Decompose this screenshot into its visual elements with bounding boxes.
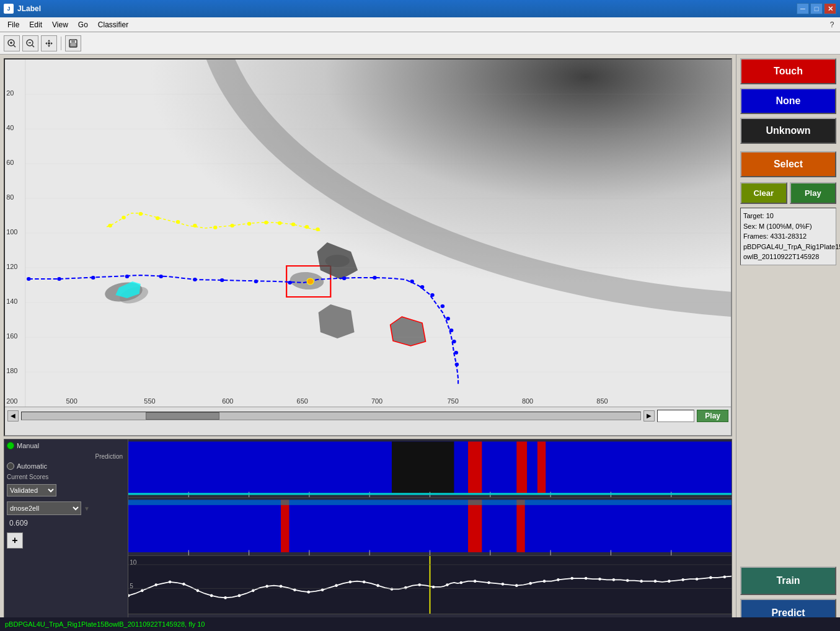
svg-rect-9 <box>71 40 75 43</box>
frame-input[interactable]: 5734 <box>657 410 694 422</box>
classifier-select[interactable]: dnose2ell <box>7 501 81 515</box>
svg-rect-105 <box>516 500 524 552</box>
scroll-left-button[interactable]: ◀ <box>7 410 19 421</box>
svg-point-44 <box>254 280 259 283</box>
canvas-area[interactable]: 20 40 60 80 100 120 140 160 180 200 500 … <box>5 60 731 407</box>
svg-point-30 <box>247 222 252 226</box>
menu-go[interactable]: Go <box>73 19 93 30</box>
prediction-timeline-svg <box>128 498 732 555</box>
minimize-button[interactable]: ─ <box>797 3 809 14</box>
svg-point-124 <box>197 589 199 592</box>
svg-text:650: 650 <box>297 398 308 404</box>
svg-text:750: 750 <box>448 398 459 404</box>
svg-point-151 <box>571 577 573 580</box>
manual-label: Manual <box>17 442 39 449</box>
manual-timeline-svg <box>128 439 732 497</box>
svg-rect-90 <box>537 441 546 494</box>
select-button[interactable]: Select <box>740 151 836 177</box>
close-button[interactable]: ✕ <box>824 3 836 14</box>
svg-point-23 <box>122 216 126 219</box>
menu-edit[interactable]: Edit <box>24 19 47 30</box>
menu-file[interactable]: File <box>2 19 24 30</box>
score-chart-svg: 10 5 <box>128 556 732 614</box>
maximize-button[interactable]: □ <box>810 3 823 14</box>
touch-button[interactable]: Touch <box>740 58 836 84</box>
svg-point-152 <box>585 577 587 580</box>
app-title: JLabel <box>17 4 41 13</box>
svg-point-122 <box>169 581 171 584</box>
info-panel: Target: 10 Sex: M (100%M, 0%F) Frames: 4… <box>740 208 836 265</box>
svg-point-146 <box>502 583 504 586</box>
svg-point-41 <box>159 275 163 278</box>
svg-point-139 <box>404 586 407 589</box>
svg-point-148 <box>529 582 531 585</box>
svg-point-56 <box>455 363 459 366</box>
svg-point-159 <box>681 578 684 581</box>
svg-point-154 <box>612 578 615 581</box>
scrollbar-thumb[interactable] <box>146 412 220 420</box>
svg-point-42 <box>193 278 197 281</box>
none-button[interactable]: None <box>740 88 836 114</box>
pan-icon <box>44 38 54 48</box>
left-bottom-controls: Manual Prediction Automatic Current Scor… <box>4 439 128 627</box>
svg-text:80: 80 <box>6 194 14 200</box>
svg-text:5: 5 <box>130 583 133 589</box>
svg-text:10: 10 <box>130 559 136 566</box>
play-button-right[interactable]: Play <box>790 182 837 204</box>
svg-point-50 <box>430 293 435 297</box>
play-button-scroll[interactable]: Play <box>697 410 728 422</box>
main-visualization: 20 40 60 80 100 120 140 160 180 200 500 … <box>5 60 731 407</box>
svg-point-149 <box>543 580 546 583</box>
svg-point-132 <box>307 591 310 594</box>
info-file2: owlB_20110922T145928 <box>743 252 833 262</box>
svg-point-120 <box>141 589 143 592</box>
svg-point-36 <box>307 278 314 285</box>
svg-point-26 <box>176 220 180 224</box>
manual-radio-indicator <box>7 442 14 449</box>
svg-point-121 <box>154 583 157 586</box>
train-button[interactable]: Train <box>740 567 836 595</box>
right-panel: Touch None Unknown Select Clear Play Tar… <box>736 55 840 631</box>
zoom-out-icon <box>25 38 35 48</box>
window-controls[interactable]: ─ □ ✕ <box>797 3 836 14</box>
svg-point-145 <box>487 581 490 585</box>
menu-view[interactable]: View <box>47 19 73 30</box>
unknown-button[interactable]: Unknown <box>740 118 836 144</box>
manual-radio-row: Manual <box>7 442 125 449</box>
svg-point-140 <box>418 583 420 586</box>
svg-point-160 <box>696 578 698 581</box>
svg-point-147 <box>515 584 518 587</box>
svg-point-141 <box>432 586 435 589</box>
svg-point-134 <box>335 584 337 587</box>
statusbar: pBDPGAL4U_TrpA_Rig1Plate15BowlB_20110922… <box>0 617 840 631</box>
svg-point-161 <box>709 576 712 580</box>
svg-point-48 <box>410 280 414 283</box>
svg-point-127 <box>238 594 241 598</box>
automatic-radio-button[interactable] <box>7 462 14 470</box>
timeline-area: 10 5 <box>128 439 732 627</box>
svg-point-136 <box>363 581 365 584</box>
svg-point-137 <box>376 584 379 587</box>
svg-rect-87 <box>392 441 454 494</box>
zoom-out-button[interactable] <box>22 35 38 51</box>
svg-text:140: 140 <box>6 298 17 304</box>
svg-point-49 <box>420 285 425 289</box>
svg-text:60: 60 <box>6 159 14 165</box>
save-button[interactable] <box>65 35 81 51</box>
validated-select[interactable]: Validated <box>7 484 56 496</box>
scrollbar-track[interactable] <box>21 412 641 420</box>
svg-point-35 <box>316 227 320 231</box>
scroll-right-button[interactable]: ▶ <box>643 410 655 421</box>
svg-point-133 <box>321 588 324 591</box>
menu-classifier[interactable]: Classifier <box>93 19 133 30</box>
help-icon[interactable]: ? <box>826 19 838 30</box>
prediction-timeline <box>128 498 732 556</box>
add-classifier-button[interactable]: + <box>7 532 23 549</box>
svg-point-45 <box>288 281 292 285</box>
main-content: 20 40 60 80 100 120 140 160 180 200 500 … <box>0 55 840 631</box>
pan-button[interactable] <box>41 35 57 51</box>
bottom-panel: Manual Prediction Automatic Current Scor… <box>4 439 732 627</box>
svg-point-39 <box>91 276 95 280</box>
clear-button[interactable]: Clear <box>740 182 787 204</box>
zoom-in-button[interactable] <box>4 35 20 51</box>
